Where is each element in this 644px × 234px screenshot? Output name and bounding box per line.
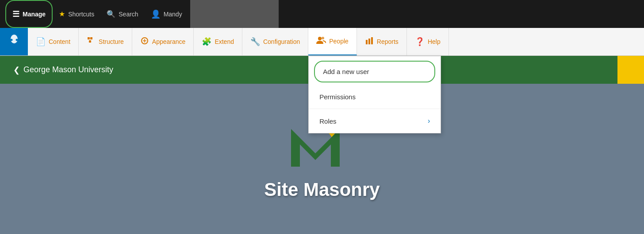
nav-appearance[interactable]: Appearance	[132, 28, 194, 55]
svg-point-2	[10, 39, 12, 41]
add-user-label: Add a new user	[323, 68, 369, 75]
content-icon: 📄	[36, 37, 46, 47]
gmu-site-name: George Mason University	[23, 65, 113, 74]
svg-point-3	[15, 39, 18, 41]
roles-label: Roles	[319, 117, 336, 125]
svg-rect-4	[88, 37, 90, 39]
nav-help[interactable]: ❓ Help	[407, 28, 449, 55]
reports-icon	[365, 36, 374, 47]
nav-extend[interactable]: 🧩 Extend	[194, 28, 242, 55]
nav-configuration[interactable]: 🔧 Configuration	[242, 28, 308, 55]
shortcuts-button[interactable]: ★ Shortcuts	[53, 0, 100, 28]
svg-point-11	[322, 37, 324, 39]
search-button[interactable]: 🔍 Search	[100, 0, 144, 28]
gmu-banner-content[interactable]: ❮ George Mason University	[13, 65, 113, 75]
back-arrow-icon: ❮	[13, 65, 20, 75]
svg-rect-6	[89, 40, 91, 43]
people-label: People	[329, 38, 349, 45]
user-bar-bg	[190, 0, 279, 28]
nav-content[interactable]: 📄 Content	[28, 28, 79, 55]
reports-label: Reports	[377, 38, 399, 45]
svg-rect-13	[368, 39, 370, 44]
help-icon: ❓	[415, 37, 425, 47]
nav-bar: 📄 Content Structure Appearance 🧩 Extend …	[0, 28, 644, 56]
configuration-label: Configuration	[263, 38, 300, 45]
svg-rect-5	[90, 37, 92, 39]
permissions-item[interactable]: Permissions	[309, 85, 441, 109]
admin-bar: ☰ Manage ★ Shortcuts 🔍 Search 👤 Mandy	[0, 0, 644, 28]
chevron-right-icon: ›	[428, 117, 430, 125]
nav-structure[interactable]: Structure	[79, 28, 132, 55]
content-label: Content	[49, 38, 70, 45]
nav-people[interactable]: People Add a new user Permissions Roles …	[308, 28, 357, 55]
svg-rect-14	[371, 37, 373, 44]
site-title: Site Masonry	[264, 179, 380, 200]
search-label: Search	[119, 11, 138, 18]
people-dropdown: Add a new user Permissions Roles ›	[308, 56, 441, 133]
permissions-label: Permissions	[319, 93, 356, 101]
svg-point-10	[318, 37, 322, 40]
user-icon: 👤	[151, 9, 161, 19]
hamburger-icon: ☰	[12, 9, 19, 19]
search-icon: 🔍	[107, 10, 115, 18]
appearance-icon	[140, 36, 149, 47]
extend-icon: 🧩	[202, 37, 211, 47]
star-icon: ★	[59, 10, 65, 18]
user-label: Mandy	[164, 11, 182, 18]
drupal-logo-icon	[5, 33, 23, 51]
roles-item[interactable]: Roles ›	[309, 109, 441, 133]
manage-label: Manage	[23, 11, 46, 18]
structure-icon	[87, 36, 96, 47]
extend-label: Extend	[215, 38, 234, 45]
nav-reports[interactable]: Reports	[357, 28, 407, 55]
user-button[interactable]: 👤 Mandy	[145, 0, 188, 28]
structure-label: Structure	[99, 38, 124, 45]
drupal-logo[interactable]	[0, 28, 28, 55]
help-label: Help	[428, 38, 441, 45]
svg-rect-12	[366, 40, 368, 44]
appearance-label: Appearance	[152, 38, 186, 45]
add-new-user-item[interactable]: Add a new user	[314, 61, 435, 82]
manage-button[interactable]: ☰ Manage	[5, 0, 53, 28]
gmu-yellow-block	[617, 56, 644, 84]
configuration-icon: 🔧	[250, 37, 260, 47]
shortcuts-label: Shortcuts	[68, 11, 94, 18]
people-icon	[316, 36, 326, 47]
